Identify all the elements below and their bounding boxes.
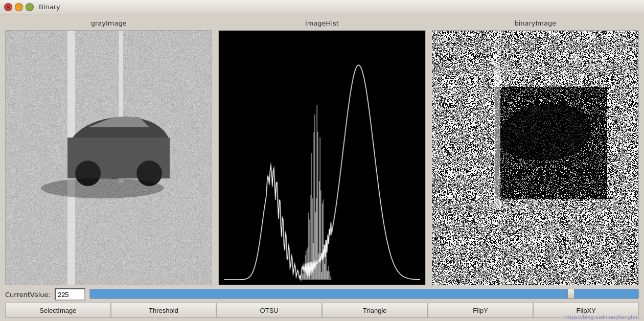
binary-image-title: binaryImage [514, 19, 556, 27]
binary-image-canvas [432, 31, 638, 285]
buttons-row: SelectImage Threshold OTSU Triangle Flip… [5, 303, 639, 318]
binary-image-frame [432, 30, 639, 285]
gray-image-frame [5, 30, 212, 285]
hist-frame [218, 30, 425, 285]
slider-container [89, 289, 639, 301]
hist-canvas [219, 31, 425, 285]
current-value-label: CurrentValue: [5, 291, 51, 299]
gray-image-panel: grayImage [5, 19, 212, 285]
minimize-button[interactable] [15, 3, 23, 11]
flip-y-button[interactable]: FlipY [428, 303, 534, 318]
title-bar: × Binary [0, 0, 644, 14]
panels-area: grayImage imageHist binaryImage [0, 14, 644, 285]
current-value-row: CurrentValue: [5, 288, 639, 301]
current-value-input[interactable] [55, 288, 85, 301]
main-content: grayImage imageHist binaryImage [0, 14, 644, 321]
gray-image-title: grayImage [91, 19, 127, 27]
close-button[interactable]: × [4, 3, 12, 11]
controls-area: CurrentValue: SelectImage Threshold OTSU… [0, 285, 644, 321]
threshold-button[interactable]: Threshold [111, 303, 217, 318]
maximize-button[interactable] [26, 3, 34, 11]
gray-image-canvas [6, 31, 212, 285]
title-bar-buttons: × [4, 3, 34, 11]
binary-image-panel: binaryImage [432, 19, 639, 285]
window-title: Binary [39, 3, 60, 11]
hist-title: imageHist [305, 19, 339, 27]
select-image-button[interactable]: SelectImage [5, 303, 111, 318]
threshold-slider[interactable] [89, 289, 639, 299]
watermark: https://blog.csdn.net/tengfei... [564, 314, 642, 320]
hist-panel: imageHist [218, 19, 425, 285]
otsu-button[interactable]: OTSU [216, 303, 322, 318]
mouse-cursor-icon [468, 204, 474, 214]
triangle-button[interactable]: Triangle [322, 303, 428, 318]
